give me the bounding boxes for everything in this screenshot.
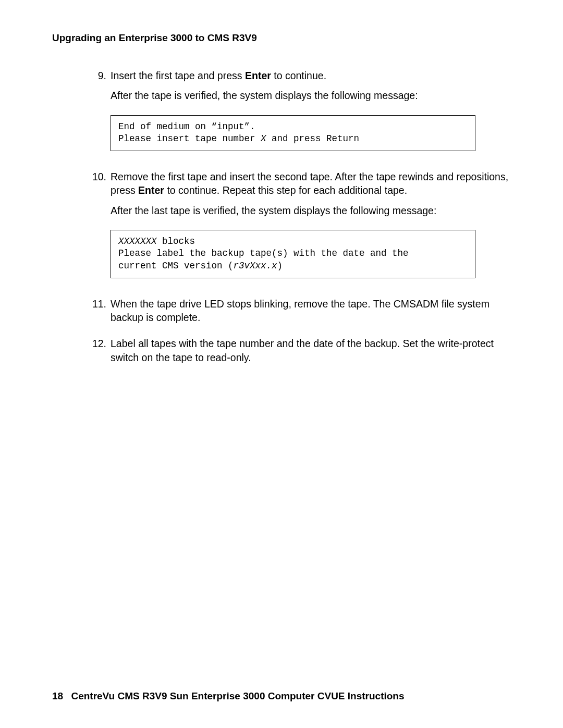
step-body: Remove the first tape and insert the sec… xyxy=(111,170,511,291)
step-number: 12. xyxy=(92,337,111,371)
step-body: When the tape drive LED stops blinking, … xyxy=(111,297,511,331)
step-text: Label all tapes with the tape number and… xyxy=(111,337,511,364)
step-11: 11. When the tape drive LED stops blinki… xyxy=(92,297,511,331)
footer-title: CentreVu CMS R3V9 Sun Enterprise 3000 Co… xyxy=(71,690,404,702)
step-number: 10. xyxy=(92,170,111,291)
step-body: Insert the first tape and press Enter to… xyxy=(111,69,511,164)
step-body: Label all tapes with the tape number and… xyxy=(111,337,511,371)
code-box-2: XXXXXXX blocks Please label the backup t… xyxy=(111,230,475,278)
step-12: 12. Label all tapes with the tape number… xyxy=(92,337,511,371)
step-10: 10. Remove the first tape and insert the… xyxy=(92,170,511,291)
code-variable: X xyxy=(261,133,266,144)
content-area: 9. Insert the first tape and press Enter… xyxy=(52,69,511,371)
step-followup: After the last tape is verified, the sys… xyxy=(111,204,511,217)
enter-key: Enter xyxy=(138,184,164,196)
step-number: 11. xyxy=(92,297,111,331)
step-text: When the tape drive LED stops blinking, … xyxy=(111,297,511,325)
code-box-1: End of medium on “input”. Please insert … xyxy=(111,115,475,151)
step-followup: After the tape is verified, the system d… xyxy=(111,89,511,102)
enter-key: Enter xyxy=(245,70,271,81)
step-text: Insert the first tape and press xyxy=(111,70,245,81)
code-line: and press Return xyxy=(266,133,360,144)
page-number: 18 xyxy=(52,690,63,702)
page-footer: 18 CentreVu CMS R3V9 Sun Enterprise 3000… xyxy=(52,690,405,702)
code-line: ) xyxy=(277,261,283,271)
code-line: current CMS version ( xyxy=(118,261,234,271)
code-line: End of medium on “input”. xyxy=(118,121,255,132)
step-text: to continue. Repeat this step for each a… xyxy=(164,184,407,196)
step-9: 9. Insert the first tape and press Enter… xyxy=(92,69,511,164)
code-line: Please label the backup tape(s) with the… xyxy=(118,248,409,258)
code-line: blocks xyxy=(157,236,195,246)
code-line: Please insert tape number xyxy=(118,133,261,144)
step-text: to continue. xyxy=(271,70,326,81)
code-variable: r3vXxx.x xyxy=(234,261,277,271)
page-header-title: Upgrading an Enterprise 3000 to CMS R3V9 xyxy=(52,32,511,44)
step-number: 9. xyxy=(92,69,111,164)
code-variable: XXXXXXX xyxy=(118,236,157,246)
